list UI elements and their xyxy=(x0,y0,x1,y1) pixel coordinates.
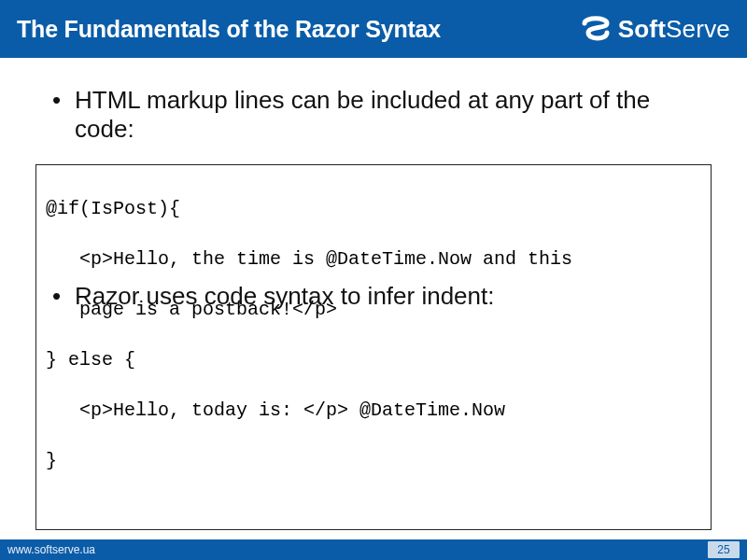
slide-title: The Fundamentals of the Razor Syntax xyxy=(17,16,441,43)
code1-line: } else { xyxy=(46,347,701,372)
brand-logo: SoftServe xyxy=(579,12,730,46)
bullet-1: HTML markup lines can be included at any… xyxy=(58,86,712,144)
code-block-1-wrap: @if(IsPost){ <p>Hello, the time is @Date… xyxy=(35,164,712,530)
code1-line: } xyxy=(46,448,701,473)
brand-name-bold: Soft xyxy=(618,15,666,43)
slide: The Fundamentals of the Razor Syntax Sof… xyxy=(0,0,747,560)
bullet-2: Razor uses code syntax to infer indent: xyxy=(58,282,712,311)
page-number: 25 xyxy=(708,541,740,558)
code1-line: <p>Hello, the time is @DateTime.Now and … xyxy=(46,246,701,272)
brand-logo-icon xyxy=(579,12,613,46)
footer-url: www.softserve.ua xyxy=(7,543,95,556)
code1-line: <p>Hello, today is: </p> @DateTime.Now xyxy=(46,398,701,423)
bullet-2-text: Razor uses code syntax to infer indent: xyxy=(75,282,494,310)
code1-line: @if(IsPost){ xyxy=(46,196,701,221)
code-block-1: @if(IsPost){ <p>Hello, the time is @Date… xyxy=(35,164,712,530)
slide-body: HTML markup lines can be included at any… xyxy=(0,58,747,560)
footer-bar: www.softserve.ua 25 xyxy=(0,539,747,560)
brand-name-light: Serve xyxy=(666,15,730,43)
bullet-1-text: HTML markup lines can be included at any… xyxy=(75,86,650,143)
brand-name: SoftServe xyxy=(618,15,730,44)
title-bar: The Fundamentals of the Razor Syntax Sof… xyxy=(0,0,747,58)
